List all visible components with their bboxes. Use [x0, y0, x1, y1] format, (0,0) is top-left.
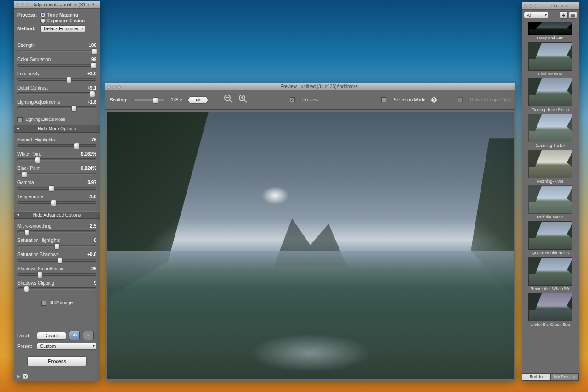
minimize-icon[interactable]: [529, 4, 532, 8]
slider-track[interactable]: [17, 78, 96, 81]
help-icon[interactable]: ?: [431, 97, 437, 103]
preset-item[interactable]: Find Me Now: [526, 42, 575, 76]
slider-track[interactable]: [17, 144, 96, 147]
default-button[interactable]: Default: [37, 332, 66, 340]
minimize-icon[interactable]: [21, 3, 24, 7]
slider-thumb[interactable]: [91, 62, 96, 69]
zoom-icon[interactable]: [26, 3, 29, 7]
slider-thumb[interactable]: [37, 272, 43, 278]
preset-thumb[interactable]: [528, 185, 572, 214]
add-preset-button[interactable]: ✚: [560, 11, 568, 19]
preset-filter-select[interactable]: All: [524, 12, 548, 18]
zoom-icon[interactable]: [534, 4, 537, 8]
slider-label: Micro-smoothing: [17, 224, 51, 229]
disclosure-icon[interactable]: ▶: [17, 375, 20, 379]
slider-thumb[interactable]: [22, 171, 27, 178]
tone-mapping-label[interactable]: Tone Mapping: [47, 12, 78, 17]
preview-check[interactable]: [290, 97, 295, 102]
slider-track[interactable]: [17, 64, 96, 67]
preset-thumb[interactable]: [528, 293, 572, 321]
process-button[interactable]: Process: [27, 356, 87, 366]
grid-view-button[interactable]: ▦: [569, 11, 577, 19]
slider-thumb[interactable]: [71, 105, 77, 112]
preset-thumb[interactable]: [528, 114, 572, 142]
method-select[interactable]: Details Enhancer: [40, 25, 85, 32]
preset-item[interactable]: Finding Uncle Remo: [526, 78, 575, 112]
preset-item[interactable]: Morning-River: [526, 150, 575, 184]
refresh-loupe-check[interactable]: [458, 97, 463, 102]
slider-track[interactable]: [17, 245, 96, 247]
preset-thumb[interactable]: [528, 150, 572, 178]
slider-track[interactable]: [17, 287, 96, 290]
selection-mode-check[interactable]: [381, 97, 386, 102]
fit-button[interactable]: Fit: [188, 96, 208, 104]
adjustments-panel: Adjustments - untitled (31 of 3... Proce…: [14, 1, 100, 381]
preset-thumb[interactable]: [528, 78, 572, 106]
360-image-check[interactable]: [41, 301, 46, 306]
slider-track[interactable]: [17, 50, 96, 52]
slider-value: 99: [91, 57, 96, 62]
preview-titlebar[interactable]: Preview - untitled (31 of 35)And4more: [105, 83, 515, 90]
preview-render: [107, 112, 514, 379]
preset-list[interactable]: Deep and FunFind Me NowFinding Uncle Rem…: [522, 21, 579, 373]
slider-track[interactable]: [17, 158, 96, 161]
preset-thumb[interactable]: [528, 221, 572, 250]
minimize-icon[interactable]: [112, 85, 116, 89]
slider-track[interactable]: [17, 230, 96, 233]
close-icon[interactable]: [524, 4, 527, 8]
slider-label: Smooth Highlights: [17, 137, 55, 142]
slider-track[interactable]: [17, 173, 96, 175]
preset-item[interactable]: Under the Green Sea: [526, 293, 575, 327]
tone-mapping-radio[interactable]: [40, 12, 45, 17]
exposure-fusion-label[interactable]: Exposure Fusion: [47, 18, 85, 23]
slider-thumb[interactable]: [92, 48, 97, 55]
my-presets-tab[interactable]: My Presets: [550, 373, 579, 381]
preset-thumb[interactable]: [528, 42, 572, 71]
slider-thumb[interactable]: [24, 229, 30, 235]
preset-select[interactable]: Custom: [37, 343, 96, 350]
slider-smooth-highlights: Smooth Highlights75: [17, 137, 96, 147]
slider-track[interactable]: [17, 273, 96, 276]
preset-item[interactable]: Quaint Hobbit Holes: [526, 221, 575, 255]
preview-image-area[interactable]: [105, 110, 515, 381]
slider-track[interactable]: [17, 92, 96, 95]
slider-thumb[interactable]: [74, 143, 79, 149]
preset-thumb[interactable]: [528, 257, 572, 286]
redo-button[interactable]: ↷: [83, 331, 94, 340]
slider-thumb[interactable]: [57, 258, 63, 264]
zoom-out-icon[interactable]: [224, 94, 233, 106]
preset-item[interactable]: Remember When We: [526, 257, 575, 291]
preset-item[interactable]: Jamming the Lik: [526, 114, 575, 148]
slider-thumb[interactable]: [66, 77, 72, 83]
zoom-icon[interactable]: [117, 85, 121, 89]
slider-track[interactable]: [17, 201, 96, 204]
slider-track[interactable]: [17, 259, 96, 262]
close-icon[interactable]: [16, 3, 19, 7]
lighting-effects-check[interactable]: [17, 117, 23, 122]
slider-track[interactable]: [17, 106, 96, 109]
method-label: Method:: [17, 26, 40, 31]
hide-more-options-header[interactable]: ▼ Hide More Options: [14, 125, 100, 133]
close-icon[interactable]: [107, 85, 111, 89]
zoom-in-icon[interactable]: [238, 94, 248, 106]
slider-thumb[interactable]: [24, 286, 29, 292]
slider-thumb[interactable]: [51, 200, 57, 206]
hide-advanced-options-header[interactable]: ▼ Hide Advanced Options: [14, 211, 100, 219]
slider-value: 0.97: [88, 180, 96, 185]
slider-thumb[interactable]: [90, 91, 95, 97]
scaling-slider[interactable]: [133, 99, 165, 101]
adjustments-titlebar[interactable]: Adjustments - untitled (31 of 3...: [14, 1, 100, 9]
preset-item[interactable]: Puff the Magic: [526, 185, 575, 219]
builtin-tab[interactable]: Built-In: [522, 373, 550, 381]
slider-thumb[interactable]: [54, 243, 60, 250]
slider-thumb[interactable]: [49, 185, 54, 192]
slider-track[interactable]: [17, 187, 96, 190]
presets-titlebar[interactable]: Presets: [522, 2, 579, 10]
preset-item[interactable]: Deep and Fun: [526, 22, 575, 40]
help-icon[interactable]: ?: [22, 373, 28, 380]
exposure-fusion-radio[interactable]: [40, 18, 45, 23]
slider-thumb[interactable]: [35, 157, 40, 163]
slider-strength: Strength100: [17, 43, 96, 52]
preset-thumb[interactable]: [528, 22, 572, 35]
undo-button[interactable]: ↶: [69, 331, 80, 340]
